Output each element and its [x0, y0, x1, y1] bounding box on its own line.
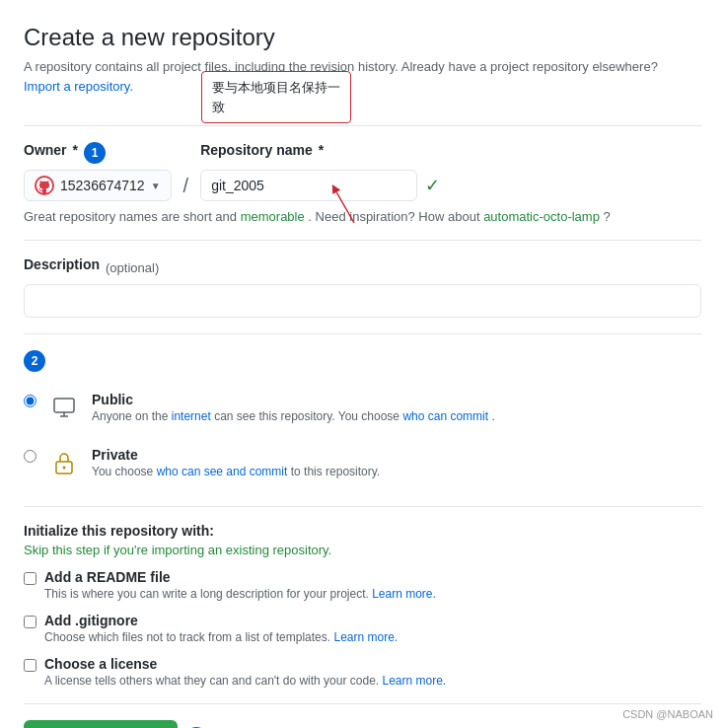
init-section: Initialize this repository with: Skip th…: [24, 523, 701, 688]
owner-value: 15236674712: [60, 178, 145, 193]
lock-icon-wrap: [48, 447, 80, 478]
description-field: Description (optional): [24, 256, 701, 318]
license-checkbox[interactable]: [24, 659, 36, 672]
see-commit-link[interactable]: who can see and commit: [157, 465, 288, 478]
gitignore-label: Add .gitignore: [44, 613, 398, 628]
chevron-down-icon: ▼: [151, 181, 161, 191]
license-label: Choose a license: [44, 656, 446, 672]
readme-checkbox[interactable]: [24, 572, 36, 585]
page-subtitle: A repository contains all project files,…: [24, 59, 701, 74]
divider-3: [24, 506, 701, 507]
who-can-commit-link[interactable]: who can commit: [402, 409, 488, 423]
gitignore-learn-more[interactable]: Learn more.: [333, 630, 398, 644]
internet-link[interactable]: internet: [172, 409, 211, 423]
license-desc: A license tells others what they can and…: [44, 674, 446, 688]
repo-name-required: *: [319, 142, 324, 158]
owner-field: Owner * 1 15236674712 ▼: [24, 142, 172, 201]
monitor-icon: [52, 396, 76, 419]
license-learn-more[interactable]: Learn more.: [383, 674, 447, 688]
init-title: Initialize this repository with:: [24, 523, 701, 539]
public-label: Public: [92, 392, 495, 407]
page-title: Create a new repository: [24, 24, 701, 51]
owner-label: Owner: [24, 142, 67, 158]
monitor-icon-wrap: [48, 392, 80, 423]
create-section: Create repository 3: [24, 720, 701, 728]
readme-learn-more[interactable]: Learn more.: [372, 587, 436, 601]
divider-4: [24, 703, 701, 704]
readme-info: Add a README file This is where you can …: [44, 569, 436, 601]
gitignore-checkbox[interactable]: [24, 616, 36, 628]
lock-icon: [53, 451, 75, 474]
annotation-arrow: [305, 183, 364, 223]
gitignore-row: Add .gitignore Choose which files not to…: [24, 613, 701, 644]
private-label: Private: [92, 447, 380, 463]
svg-rect-0: [54, 399, 74, 412]
readme-label: Add a README file: [44, 569, 436, 585]
private-info: Private You choose who can see and commi…: [92, 447, 380, 478]
annotation-box: 要与本地项目名保持一 致: [201, 71, 351, 123]
repo-name-label: Repository name: [200, 142, 313, 158]
import-link[interactable]: Import a repository.: [24, 79, 133, 94]
suggestion-link[interactable]: automatic-octo-lamp: [483, 209, 600, 224]
public-radio[interactable]: [24, 395, 36, 407]
owner-badge: 1: [84, 142, 106, 164]
divider-1: [24, 240, 701, 241]
license-info: Choose a license A license tells others …: [44, 656, 446, 688]
csdn-credit: CSDN @NABOAN: [622, 708, 713, 720]
description-label: Description: [24, 256, 100, 272]
divider-top: [24, 125, 701, 126]
svg-point-4: [63, 467, 66, 470]
public-info: Public Anyone on the internet can see th…: [92, 392, 495, 423]
owner-select[interactable]: 15236674712 ▼: [24, 170, 172, 201]
private-radio[interactable]: [24, 450, 36, 463]
gitignore-info: Add .gitignore Choose which files not to…: [44, 613, 398, 644]
visibility-badge: 2: [24, 350, 45, 372]
description-optional: (optional): [106, 260, 159, 275]
gitignore-desc: Choose which files not to track from a l…: [44, 630, 398, 644]
init-skip: Skip this step if you're importing an ex…: [24, 543, 701, 557]
create-repository-button[interactable]: Create repository: [24, 720, 178, 728]
visibility-section: 2 Public Anyone on the internet can see …: [24, 350, 701, 490]
owner-avatar: [35, 176, 54, 195]
public-desc: Anyone on the internet can see this repo…: [92, 409, 495, 423]
owner-required: *: [73, 142, 78, 158]
checkmark-icon: ✓: [425, 175, 440, 196]
description-input[interactable]: [24, 284, 701, 318]
divider-2: [24, 333, 701, 334]
readme-row: Add a README file This is where you can …: [24, 569, 701, 601]
slash-separator: /: [180, 170, 193, 201]
private-desc: You choose who can see and commit to thi…: [92, 465, 380, 478]
readme-desc: This is where you can write a long descr…: [44, 587, 436, 601]
public-option: Public Anyone on the internet can see th…: [24, 380, 701, 435]
license-row: Choose a license A license tells others …: [24, 656, 701, 688]
private-option: Private You choose who can see and commi…: [24, 435, 701, 490]
